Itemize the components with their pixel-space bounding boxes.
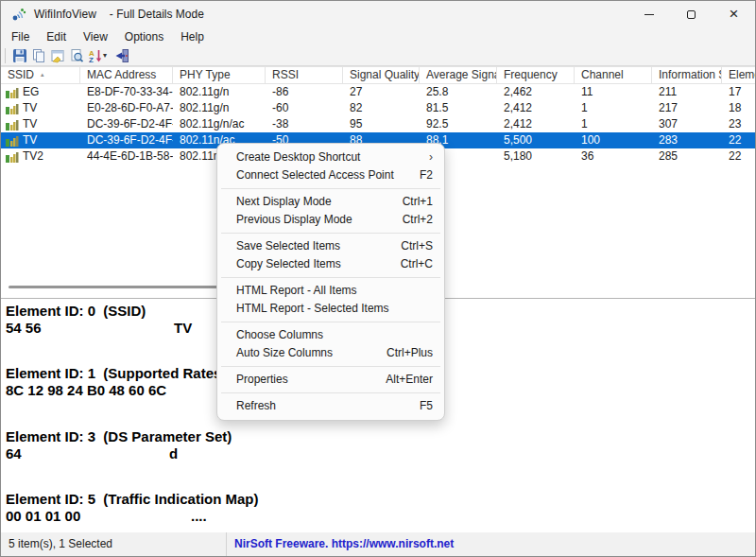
menu-item-refresh[interactable]: RefreshF5 [217, 397, 444, 415]
cell-ssid: TV [1, 116, 80, 132]
menu-item-label: Choose Columns [236, 326, 433, 344]
cell: 25.8 [420, 84, 497, 100]
menu-item-shortcut: F5 [420, 397, 433, 415]
column-header-ssid[interactable]: SSID▴ [1, 67, 80, 83]
menu-item-label: Properties [236, 371, 386, 389]
menu-item-previous-display-mode[interactable]: Previous Display ModeCtrl+2 [217, 211, 444, 229]
minimize-button[interactable] [627, 1, 670, 27]
find-button[interactable] [67, 46, 86, 65]
menu-item-connect-selected-access-point[interactable]: Connect Selected Access PointF2 [217, 166, 444, 184]
menubar-item-options[interactable]: Options [116, 28, 172, 45]
copy-button[interactable] [29, 46, 48, 65]
maximize-button[interactable] [670, 1, 713, 27]
ssid-label: EG [23, 84, 39, 100]
cell: 95 [343, 116, 420, 132]
column-header-phy-type[interactable]: PHY Type [173, 67, 266, 83]
menu-item-properties[interactable]: PropertiesAlt+Enter [217, 371, 444, 389]
wifi-network-icon [6, 150, 19, 163]
context-menu: Create Desktop Shortcut›Connect Selected… [216, 143, 445, 421]
menu-item-create-desktop-shortcut[interactable]: Create Desktop Shortcut› [217, 148, 444, 166]
menu-item-html-report-all-items[interactable]: HTML Report - All Items [217, 282, 444, 300]
sort-button[interactable]: A Z [86, 46, 105, 65]
menu-item-copy-selected-items[interactable]: Copy Selected ItemsCtrl+C [217, 255, 444, 273]
sort-icon: A Z [88, 48, 103, 63]
cell: 802.11g/n [173, 100, 266, 116]
element-title: Element ID: 3 (DS Parameter Set) [6, 428, 755, 444]
column-header-average-signal-[interactable]: Average Signal... [420, 67, 497, 83]
cell: 2,462 [497, 84, 575, 100]
hex-bytes: 54 56 [6, 320, 42, 336]
exit-button[interactable] [112, 46, 131, 65]
wifi-network-icon [6, 86, 19, 98]
sort-dropdown-caret-icon[interactable]: ▾ [103, 51, 107, 60]
column-header-signal-quality[interactable]: Signal Quality [343, 67, 420, 83]
menu-bar: FileEditViewOptionsHelp [1, 27, 755, 45]
save-button[interactable] [10, 46, 29, 65]
cell-ssid: TV2 [1, 148, 80, 165]
properties-button[interactable] [48, 46, 67, 65]
cell: -86 [266, 84, 343, 100]
status-bar: 5 item(s), 1 Selected NirSoft Freeware. … [1, 531, 755, 556]
title-bar: WifiInfoView - Full Details Mode × [1, 1, 755, 27]
menu-item-label: HTML Report - All Items [236, 282, 433, 300]
menu-item-auto-size-columns[interactable]: Auto Size ColumnsCtrl+Plus [217, 344, 444, 362]
ascii-text: TV [174, 320, 192, 336]
cell: 802.11g/n/ac [173, 116, 266, 132]
cell: 2,412 [497, 100, 575, 116]
menu-item-shortcut: Ctrl+1 [403, 193, 433, 211]
cell-ssid: TV [1, 100, 80, 116]
menu-item-label: HTML Report - Selected Items [236, 300, 433, 318]
cell-ssid: EG [1, 84, 80, 100]
menu-item-shortcut: Alt+Enter [386, 371, 433, 389]
menubar-item-view[interactable]: View [75, 28, 116, 45]
hex-bytes: 00 01 01 00 [6, 508, 80, 524]
cell: 22 [722, 148, 756, 165]
cell: 82 [343, 100, 420, 116]
column-header-information-size[interactable]: Information Size [652, 67, 722, 83]
ascii-text: .... [191, 508, 207, 524]
cell: 27 [343, 84, 420, 100]
column-header-rssi[interactable]: RSSI [266, 67, 343, 83]
column-header-eleme[interactable]: Eleme [722, 67, 756, 83]
minimize-icon [644, 14, 654, 15]
cell: 2,412 [497, 116, 575, 132]
menu-item-label: Copy Selected Items [236, 255, 401, 273]
cell: 44-4E-6D-1B-58-8B [80, 148, 173, 165]
find-icon [69, 48, 84, 63]
menu-item-choose-columns[interactable]: Choose Columns [217, 326, 444, 344]
table-row[interactable]: EGE8-DF-70-33-34-D0802.11g/n-862725.82,4… [1, 84, 755, 100]
ascii-text: d [169, 445, 178, 461]
cell: 11 [575, 84, 652, 100]
nirsoft-link[interactable]: NirSoft Freeware. https://www.nirsoft.ne… [226, 531, 454, 556]
menu-separator [221, 188, 440, 189]
table-row[interactable]: TVDC-39-6F-D2-4F-A0802.11g/n/ac-389592.5… [1, 116, 755, 132]
column-header-mac-address[interactable]: MAC Address [80, 67, 173, 83]
cell-ssid: TV [1, 132, 80, 148]
cell: 5,500 [497, 132, 575, 148]
menubar-item-file[interactable]: File [3, 28, 38, 45]
close-button[interactable]: × [713, 1, 755, 27]
menu-separator [221, 233, 440, 234]
toolbar: A Z ▾ [1, 45, 755, 66]
cell: 802.11g/n [173, 84, 266, 100]
menubar-item-help[interactable]: Help [172, 28, 213, 45]
menu-item-next-display-mode[interactable]: Next Display ModeCtrl+1 [217, 193, 444, 211]
properties-icon [50, 48, 65, 63]
horizontal-scrollbar-thumb[interactable] [9, 286, 218, 288]
cell: 1 [575, 116, 652, 132]
menu-item-html-report-selected-items[interactable]: HTML Report - Selected Items [217, 300, 444, 318]
menu-item-save-selected-items[interactable]: Save Selected ItemsCtrl+S [217, 237, 444, 255]
table-row[interactable]: TVE0-28-6D-F0-A7-61802.11g/n-608281.52,4… [1, 100, 755, 116]
column-header-frequency[interactable]: Frequency [497, 67, 575, 83]
cell: E0-28-6D-F0-A7-61 [80, 100, 173, 116]
ssid-label: TV [23, 100, 37, 116]
window-title: WifiInfoView [34, 8, 96, 21]
column-header-channel[interactable]: Channel [575, 67, 652, 83]
menu-item-label: Next Display Mode [236, 193, 403, 211]
menubar-item-edit[interactable]: Edit [38, 28, 75, 45]
cell: 18 [722, 100, 756, 116]
menu-separator [221, 277, 440, 278]
cell: 1 [575, 100, 652, 116]
hex-line: 00 01 01 00.... [6, 508, 755, 524]
cell: 36 [575, 148, 652, 165]
